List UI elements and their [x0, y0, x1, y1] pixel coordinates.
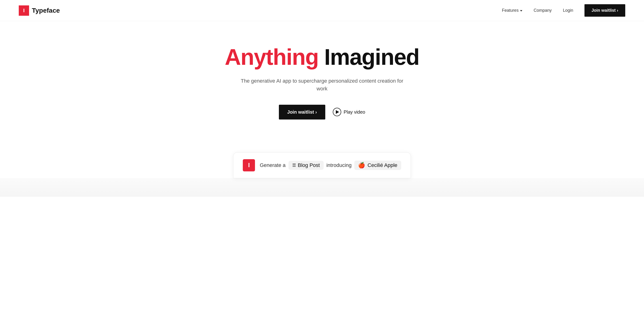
demo-generate-label: Generate a [260, 162, 286, 168]
demo-section: I Generate a ☰ Blog Post introducing 🍎 C… [0, 138, 644, 178]
hero-title-black: Imagined [318, 44, 419, 70]
logo-icon: I [19, 6, 29, 16]
hero-title: Anything Imagined [225, 45, 419, 70]
demo-connector: introducing [326, 162, 352, 168]
nav-links: Features Company Login Join waitlist › [502, 4, 625, 17]
demo-logo-icon: I [243, 159, 255, 172]
hero-actions: Join waitlist › Play video [279, 105, 365, 119]
nav-join-waitlist-button[interactable]: Join waitlist › [584, 4, 625, 17]
play-video-button[interactable]: Play video [333, 108, 365, 116]
navbar: I Typeface Features Company Login Join w… [0, 0, 644, 21]
apple-emoji-icon: 🍎 [358, 162, 365, 169]
demo-fade [0, 178, 644, 197]
chevron-down-icon [520, 10, 522, 12]
demo-logo-letter: I [248, 161, 250, 169]
play-triangle-icon [336, 110, 339, 114]
demo-card: I Generate a ☰ Blog Post introducing 🍎 C… [233, 152, 410, 178]
logo-link[interactable]: I Typeface [19, 6, 60, 16]
hero-join-waitlist-button[interactable]: Join waitlist › [279, 105, 326, 119]
demo-content-type-chip[interactable]: ☰ Blog Post [288, 161, 324, 170]
play-icon [333, 108, 341, 116]
nav-company[interactable]: Company [534, 8, 552, 13]
demo-content-type-label: Blog Post [298, 162, 320, 168]
demo-product-chip[interactable]: 🍎 Cecilié Apple [354, 160, 401, 170]
demo-prompt-text: Generate a ☰ Blog Post introducing 🍎 Cec… [260, 160, 401, 170]
hero-subtitle: The generative AI app to supercharge per… [240, 77, 404, 92]
nav-login[interactable]: Login [563, 8, 573, 13]
document-icon: ☰ [292, 163, 296, 168]
brand-name: Typeface [32, 7, 60, 14]
demo-product-name: Cecilié Apple [368, 162, 397, 168]
play-video-label: Play video [344, 109, 365, 115]
hero-section: Anything Imagined The generative AI app … [0, 21, 644, 138]
nav-features[interactable]: Features [502, 8, 522, 13]
logo-letter: I [23, 8, 24, 14]
hero-title-red: Anything [225, 44, 318, 70]
